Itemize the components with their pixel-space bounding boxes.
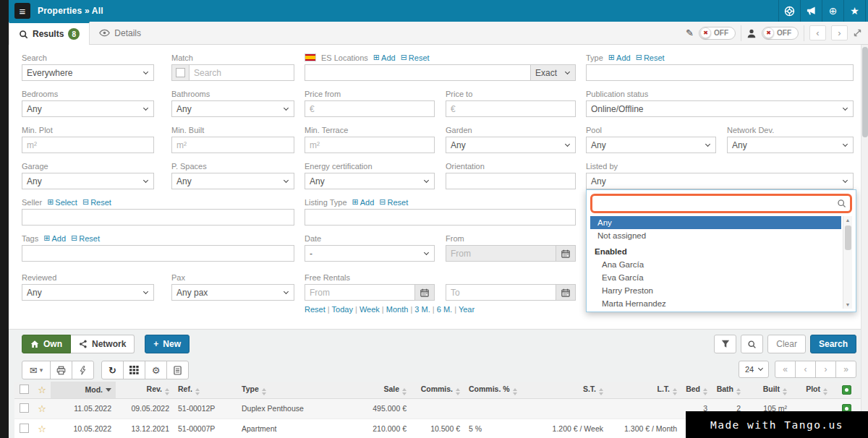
scroll-up-icon[interactable]: ▲: [843, 216, 852, 224]
page-scrollbar[interactable]: [861, 45, 868, 438]
network-dev-select[interactable]: Any: [727, 137, 854, 153]
select-all-checkbox[interactable]: [20, 385, 29, 394]
exact-select[interactable]: Exact: [531, 64, 576, 81]
es-locations-reset-link[interactable]: ⊟Reset: [401, 53, 430, 62]
publication-status-select[interactable]: Online/Offline: [586, 100, 854, 117]
listing-type-input[interactable]: [305, 209, 576, 226]
calendar-icon[interactable]: [415, 284, 435, 301]
col-bed[interactable]: Bed: [681, 382, 712, 398]
option-person[interactable]: Ana García: [590, 258, 841, 271]
prev-page-button[interactable]: ‹: [795, 361, 816, 378]
next-record-button[interactable]: ›: [831, 25, 848, 40]
col-commis-pct[interactable]: Commis. %: [464, 382, 528, 398]
garage-select[interactable]: Any: [22, 173, 154, 189]
min-built-input[interactable]: [171, 137, 294, 153]
print-button[interactable]: [50, 361, 72, 379]
option-person[interactable]: Harry Preston: [590, 284, 841, 297]
type-add-link[interactable]: ⊞Add: [608, 53, 631, 62]
row-checkbox[interactable]: [20, 424, 29, 433]
tab-results[interactable]: Results 8: [9, 22, 90, 45]
option-person[interactable]: Marta Hernandez: [590, 297, 841, 309]
tab-details[interactable]: Details: [90, 22, 150, 44]
quick-link-3m[interactable]: 3 M.: [414, 305, 436, 314]
last-page-button[interactable]: »: [835, 361, 856, 378]
reviewed-select[interactable]: Any: [22, 284, 154, 301]
seller-select-link[interactable]: ⊞Select: [47, 197, 77, 207]
scrollbar-thumb[interactable]: [862, 47, 868, 137]
tags-input[interactable]: [22, 245, 294, 262]
dropdown-scrollbar[interactable]: ▲ ▼: [843, 216, 852, 309]
page-size-select[interactable]: 24: [739, 361, 769, 378]
calendar-icon[interactable]: [556, 245, 576, 262]
add-plus-circle-icon[interactable]: ⊕: [822, 0, 843, 22]
new-button[interactable]: + New: [145, 335, 190, 353]
listed-by-select[interactable]: Any: [586, 173, 854, 189]
col-rev[interactable]: Rev.: [116, 382, 174, 398]
seller-input[interactable]: [22, 209, 294, 226]
quick-link-month[interactable]: Month: [386, 305, 415, 314]
type-input[interactable]: [586, 64, 854, 81]
quick-link-today[interactable]: Today: [332, 305, 359, 314]
quick-link-week[interactable]: Week: [359, 305, 386, 314]
edit-pencil-icon[interactable]: ✎: [686, 27, 694, 38]
quick-link-6m[interactable]: 6 M.: [437, 305, 459, 314]
option-any[interactable]: Any: [590, 216, 841, 229]
clear-button[interactable]: Clear: [767, 335, 806, 353]
filter-funnel-icon[interactable]: [714, 335, 736, 353]
listed-by-search-input[interactable]: [590, 194, 852, 213]
match-checkbox[interactable]: [176, 68, 185, 77]
tags-reset-link[interactable]: ⊟Reset: [71, 233, 100, 243]
export-document-button[interactable]: [166, 361, 189, 379]
col-lt[interactable]: L.T.: [608, 382, 681, 398]
listing-type-add-link[interactable]: ⊞Add: [352, 197, 375, 207]
type-reset-link[interactable]: ⊟Reset: [636, 53, 665, 62]
scroll-down-icon[interactable]: ▼: [843, 301, 852, 309]
listing-type-reset-link[interactable]: ⊟Reset: [379, 197, 408, 207]
prev-record-button[interactable]: ‹: [809, 25, 826, 40]
price-to-input[interactable]: [446, 100, 576, 117]
clipped-settings-icon[interactable]: ⚙: [865, 0, 868, 22]
bathrooms-select[interactable]: Any: [171, 100, 294, 117]
star-icon[interactable]: ☆: [38, 385, 46, 395]
favorites-star-icon[interactable]: ★: [843, 0, 865, 22]
col-plot[interactable]: Plot: [791, 382, 832, 398]
edit-mode-toggle[interactable]: ✖ OFF: [699, 27, 736, 40]
quick-link-year[interactable]: Year: [459, 305, 475, 314]
bedrooms-select[interactable]: Any: [22, 100, 154, 117]
star-icon[interactable]: ☆: [38, 403, 46, 414]
free-rentals-from-input[interactable]: [305, 284, 415, 301]
row-checkbox[interactable]: [20, 403, 29, 413]
garden-select[interactable]: Any: [446, 137, 576, 153]
col-bath[interactable]: Bath: [712, 382, 745, 398]
date-select[interactable]: -: [305, 245, 435, 262]
es-locations-input[interactable]: [305, 64, 531, 81]
col-st[interactable]: S.T.: [528, 382, 608, 398]
email-dropdown-button[interactable]: ✉▾: [22, 361, 51, 379]
menu-hamburger-icon[interactable]: ≡: [14, 3, 30, 19]
flash-button[interactable]: [72, 361, 94, 379]
refresh-button[interactable]: ↻: [101, 361, 124, 379]
col-type[interactable]: Type: [237, 382, 346, 398]
min-plot-input[interactable]: [22, 137, 154, 153]
col-ref[interactable]: Ref.: [174, 382, 237, 398]
search-scope-select[interactable]: Everywhere: [22, 64, 154, 81]
columns-grid-button[interactable]: [123, 361, 145, 379]
match-search-input[interactable]: [189, 64, 294, 81]
expand-icon[interactable]: [853, 28, 862, 38]
orientation-input[interactable]: [446, 173, 576, 189]
tags-add-link[interactable]: ⊞Add: [43, 233, 66, 243]
support-lifering-icon[interactable]: [778, 0, 800, 22]
saved-search-icon[interactable]: [741, 335, 763, 353]
search-button[interactable]: Search: [810, 335, 856, 353]
option-person[interactable]: Eva García: [590, 271, 841, 284]
collapsed-sidebar[interactable]: [0, 0, 9, 438]
user-mode-toggle[interactable]: ✖ OFF: [762, 27, 799, 40]
pool-select[interactable]: Any: [586, 137, 716, 153]
own-button[interactable]: Own: [22, 335, 71, 353]
col-sale[interactable]: Sale: [346, 382, 411, 398]
es-locations-add-link[interactable]: ⊞Add: [373, 53, 396, 62]
next-page-button[interactable]: ›: [815, 361, 836, 378]
star-icon[interactable]: ☆: [38, 424, 46, 434]
min-terrace-input[interactable]: [305, 137, 435, 153]
calendar-icon[interactable]: [556, 284, 576, 301]
